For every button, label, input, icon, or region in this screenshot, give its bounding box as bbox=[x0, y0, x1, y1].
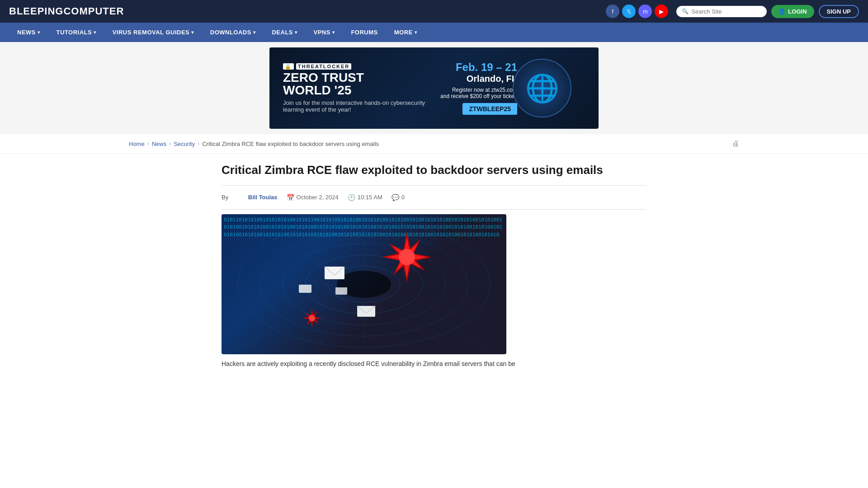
search-bar[interactable]: 🔍 bbox=[676, 6, 767, 17]
signup-button[interactable]: SIGN UP bbox=[819, 5, 859, 18]
user-icon: 👤 bbox=[778, 8, 786, 15]
nav-downloads[interactable]: DOWNLOADS ▾ bbox=[202, 23, 264, 42]
search-icon: 🔍 bbox=[682, 8, 689, 14]
globe-graphic: 🌐 bbox=[513, 59, 571, 117]
nav-forums-label: FORUMS bbox=[351, 29, 377, 36]
site-logo[interactable]: BLEEPINGCOMPUTER bbox=[9, 5, 124, 17]
nav-virus-label: VIRUS REMOVAL GUIDES bbox=[113, 29, 190, 36]
chevron-down-icon: ▾ bbox=[94, 30, 96, 35]
breadcrumb-sep-1: › bbox=[147, 141, 149, 147]
print-icon[interactable]: 🖨 bbox=[732, 140, 739, 148]
ad-right: Feb. 19 – 21 Orlando, FL Register now at… bbox=[440, 61, 517, 114]
nav-news[interactable]: NEWS ▾ bbox=[9, 23, 48, 42]
breadcrumb-sep-3: › bbox=[198, 141, 199, 147]
svg-rect-19 bbox=[325, 267, 344, 279]
search-input[interactable] bbox=[691, 8, 761, 15]
calendar-icon: 📅 bbox=[287, 194, 294, 201]
breadcrumb-sep-2: › bbox=[169, 141, 171, 147]
ad-date: Feb. 19 – 21 bbox=[440, 61, 517, 73]
time-text: 10:15 AM bbox=[358, 194, 382, 201]
virus-small bbox=[302, 308, 322, 328]
nav-tutorials-label: TUTORIALS bbox=[57, 29, 92, 36]
signup-label: SIGN UP bbox=[827, 8, 851, 15]
mastodon-icon[interactable]: m bbox=[638, 5, 652, 18]
email-bottom bbox=[357, 306, 375, 317]
social-icons: f 𝕏 m ▶ bbox=[606, 5, 668, 18]
breadcrumb-security[interactable]: Security bbox=[174, 141, 195, 147]
svg-point-18 bbox=[309, 315, 315, 321]
page-wrapper: BLEEPINGCOMPUTER f 𝕏 m ▶ 🔍 👤 LOGIN SIGN … bbox=[0, 0, 868, 488]
ad-brand: 🔒 THREATLOCKER bbox=[283, 64, 431, 70]
youtube-icon[interactable]: ▶ bbox=[655, 5, 668, 18]
nav-more-label: MORE bbox=[394, 29, 413, 36]
ad-discount: and receive $200 off your ticket! bbox=[440, 93, 517, 99]
logo-text-light: BLEEPING bbox=[9, 5, 63, 17]
svg-rect-22 bbox=[357, 306, 375, 317]
email-main bbox=[325, 267, 344, 279]
site-header: BLEEPINGCOMPUTER f 𝕏 m ▶ 🔍 👤 LOGIN SIGN … bbox=[0, 0, 868, 23]
article-title: Critical Zimbra RCE flaw exploited to ba… bbox=[222, 163, 646, 178]
chevron-down-icon: ▾ bbox=[253, 30, 256, 35]
article-divider bbox=[222, 185, 646, 186]
twitter-icon[interactable]: 𝕏 bbox=[622, 5, 636, 18]
ad-code: ZTWBLEEP25 bbox=[462, 103, 517, 115]
svg-point-16 bbox=[399, 249, 415, 265]
tunnel-svg bbox=[222, 214, 506, 354]
clock-icon: 🕐 bbox=[348, 194, 355, 201]
nav-more[interactable]: MORE ▾ bbox=[386, 23, 425, 42]
article-comments[interactable]: 💬 0 bbox=[392, 194, 405, 201]
breadcrumb-news[interactable]: News bbox=[152, 141, 167, 147]
article-divider-2 bbox=[222, 209, 646, 210]
facebook-icon[interactable]: f bbox=[606, 5, 619, 18]
breadcrumb: Home › News › Security › Critical Zimbra… bbox=[0, 134, 868, 154]
header-right: f 𝕏 m ▶ 🔍 👤 LOGIN SIGN UP bbox=[606, 5, 859, 18]
article-excerpt: Hackers are actively exploiting a recent… bbox=[222, 354, 646, 369]
virus-overlay bbox=[222, 214, 506, 354]
ad-register-text: Register now at ztw25.com bbox=[452, 87, 517, 93]
email-small-1 bbox=[299, 285, 311, 293]
chevron-down-icon: ▾ bbox=[38, 30, 40, 35]
article-image-area: 0101101010100101010101001010110010101001… bbox=[222, 214, 506, 354]
nav-virus-removal[interactable]: VIRUS REMOVAL GUIDES ▾ bbox=[104, 23, 202, 42]
chevron-down-icon: ▾ bbox=[295, 30, 297, 35]
chevron-down-icon: ▾ bbox=[191, 30, 194, 35]
email-small-2 bbox=[335, 287, 347, 295]
ad-title-line1: ZERO TRUST bbox=[283, 71, 431, 84]
ad-subtitle: Join us for the most interactive hands-o… bbox=[283, 99, 431, 113]
main-nav: NEWS ▾ TUTORIALS ▾ VIRUS REMOVAL GUIDES … bbox=[0, 23, 868, 42]
ad-content[interactable]: 🔒 THREATLOCKER ZERO TRUST WORLD '25 Join… bbox=[269, 47, 599, 129]
breadcrumb-home[interactable]: Home bbox=[129, 141, 145, 147]
ad-register: Register now at ztw25.com bbox=[440, 87, 517, 93]
advertisement-banner: 🔒 THREATLOCKER ZERO TRUST WORLD '25 Join… bbox=[0, 42, 868, 134]
ad-title: ZERO TRUST WORLD '25 bbox=[283, 71, 431, 97]
ad-left: 🔒 THREATLOCKER ZERO TRUST WORLD '25 Join… bbox=[283, 64, 431, 113]
nav-vpns-label: VPNS bbox=[314, 29, 330, 36]
login-button[interactable]: 👤 LOGIN bbox=[771, 5, 814, 18]
chevron-down-icon: ▾ bbox=[332, 30, 335, 35]
nav-deals[interactable]: DEALS ▾ bbox=[264, 23, 305, 42]
author-link[interactable]: Bill Toulas bbox=[248, 194, 278, 201]
comments-count: 0 bbox=[401, 194, 405, 201]
article-container: Critical Zimbra RCE flaw exploited to ba… bbox=[222, 154, 646, 369]
article-meta: By Bill Toulas 📅 October 2, 2024 🕐 10:15… bbox=[222, 190, 646, 205]
login-label: LOGIN bbox=[788, 8, 807, 15]
ad-brand-text: THREATLOCKER bbox=[296, 63, 351, 70]
ad-location: Orlando, FL bbox=[440, 74, 517, 84]
article-date: 📅 October 2, 2024 bbox=[287, 194, 339, 201]
nav-news-label: NEWS bbox=[17, 29, 36, 36]
nav-forums[interactable]: FORUMS bbox=[343, 23, 386, 42]
comment-icon: 💬 bbox=[392, 194, 399, 201]
svg-rect-20 bbox=[299, 285, 311, 293]
chevron-down-icon: ▾ bbox=[415, 30, 417, 35]
ad-title-line2: WORLD '25 bbox=[283, 84, 431, 97]
article-image: 0101101010100101010101001010110010101001… bbox=[222, 214, 506, 354]
date-text: October 2, 2024 bbox=[297, 194, 339, 201]
article-time: 🕐 10:15 AM bbox=[348, 194, 382, 201]
nav-downloads-label: DOWNLOADS bbox=[210, 29, 251, 36]
nav-tutorials[interactable]: TUTORIALS ▾ bbox=[48, 23, 104, 42]
logo-text-bold: COMPUTER bbox=[63, 5, 124, 17]
breadcrumb-current: Critical Zimbra RCE flaw exploited to ba… bbox=[202, 141, 379, 147]
nav-vpns[interactable]: VPNS ▾ bbox=[306, 23, 343, 42]
author-prefix: By bbox=[222, 194, 228, 201]
virus-burst bbox=[382, 232, 432, 282]
